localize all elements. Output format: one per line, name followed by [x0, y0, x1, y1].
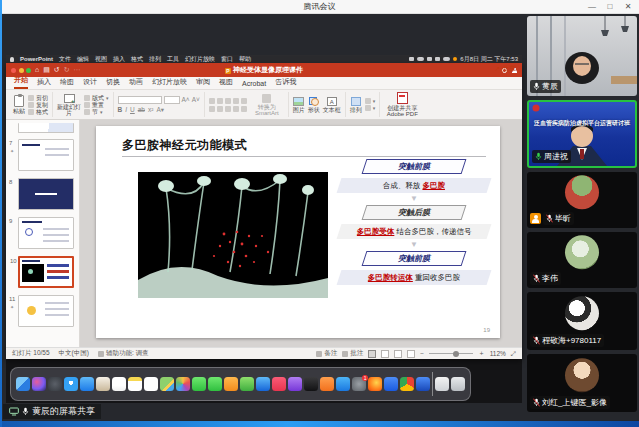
line-spacing-icon[interactable]: [241, 98, 247, 104]
word-icon[interactable]: [416, 377, 430, 391]
textbox-button[interactable]: A 文本框: [323, 97, 341, 113]
picture-button[interactable]: 图片: [293, 97, 305, 113]
quick-style-row2[interactable]: ▾: [365, 105, 376, 111]
facetime-icon[interactable]: [208, 377, 222, 391]
superscript-button[interactable]: x²: [148, 106, 153, 113]
current-slide[interactable]: 多巴胺神经元功能模式: [96, 126, 500, 338]
columns-icon[interactable]: [241, 106, 247, 112]
ribbon-tab[interactable]: 告诉我: [275, 77, 296, 89]
normal-view-button[interactable]: [368, 350, 376, 358]
align-left-icon[interactable]: [209, 106, 215, 112]
align-center-icon[interactable]: [217, 106, 223, 112]
mac-clock[interactable]: 6月8日 周二 下午7:53: [460, 55, 518, 63]
mac-menu-item[interactable]: 幻灯片放映: [185, 55, 215, 63]
participant-tile-avatar[interactable]: 毕昕: [527, 172, 637, 228]
font-color-button[interactable]: A▾: [156, 106, 164, 114]
font-name-select[interactable]: [118, 96, 162, 104]
mac-app-name[interactable]: PowerPoint: [20, 55, 53, 63]
redo-icon[interactable]: ↻: [64, 63, 70, 77]
slide-thumb-8[interactable]: 8: [18, 178, 74, 210]
mac-menu-item[interactable]: 插入: [113, 55, 125, 63]
ribbon-tab[interactable]: 设计: [83, 77, 97, 89]
save-icon[interactable]: ▤: [43, 63, 50, 77]
more-commands-icon[interactable]: ⋯: [74, 63, 81, 77]
zoom-slider[interactable]: [429, 353, 473, 354]
notes-icon[interactable]: [128, 377, 142, 391]
close-button[interactable]: ✕: [619, 0, 637, 14]
slide-thumb-7[interactable]: 7 ✦: [18, 139, 74, 171]
launchpad-icon[interactable]: [48, 377, 62, 391]
mac-menu-item[interactable]: 帮助: [239, 55, 251, 63]
mac-menu-item[interactable]: 排列: [149, 55, 161, 63]
slide-thumb-9[interactable]: 9: [18, 217, 74, 249]
paste-button[interactable]: 粘贴: [13, 95, 25, 114]
grow-font-icon[interactable]: A˄: [182, 96, 190, 103]
fit-to-window-icon[interactable]: ⤢: [511, 350, 516, 358]
home-icon[interactable]: ⌂: [35, 63, 39, 77]
books-icon[interactable]: [320, 377, 334, 391]
layout-button[interactable]: 版式▾: [84, 95, 109, 101]
shapes-button[interactable]: 形状: [308, 97, 320, 113]
contacts-icon[interactable]: [96, 377, 110, 391]
firefox-icon[interactable]: [368, 377, 382, 391]
section-button[interactable]: 节▾: [84, 109, 103, 115]
apple-menu-icon[interactable]: [10, 57, 14, 62]
accessibility-status[interactable]: 辅助功能: 调查: [98, 349, 149, 358]
trash-icon[interactable]: [451, 377, 465, 391]
input-method-icon[interactable]: [417, 57, 424, 61]
bullets-icon[interactable]: [209, 98, 215, 104]
notes-button[interactable]: 备注: [316, 349, 337, 358]
slide-thumb-11[interactable]: 11 ✦: [18, 295, 74, 327]
mac-menu-item[interactable]: 工具: [167, 55, 179, 63]
mac-zoom-icon[interactable]: [26, 68, 31, 73]
bold-button[interactable]: B: [118, 106, 123, 113]
safari-icon[interactable]: [64, 377, 78, 391]
smartart-button[interactable]: 转换为 SmartArt: [250, 94, 284, 116]
slideshow-button[interactable]: [407, 350, 415, 358]
downloads-stack-icon[interactable]: [435, 377, 449, 391]
participant-tile-avatar[interactable]: 程敬海+9780117: [527, 292, 637, 350]
participant-tile-avatar[interactable]: 李伟: [527, 232, 637, 288]
finder-icon[interactable]: [16, 377, 30, 391]
zoom-out-button[interactable]: −: [420, 350, 424, 357]
podcasts-icon[interactable]: [288, 377, 302, 391]
siri-icon[interactable]: [32, 377, 46, 391]
ribbon-tab[interactable]: Acrobat: [242, 80, 266, 89]
arrange-button[interactable]: 排列: [350, 97, 362, 113]
ribbon-tab[interactable]: 视图: [219, 77, 233, 89]
ribbon-tab[interactable]: 绘图: [60, 77, 74, 89]
mac-minimize-icon[interactable]: [19, 68, 24, 73]
participant-tile-video[interactable]: 黄辰: [527, 16, 637, 96]
slide-thumb-10-current[interactable]: 10: [18, 256, 74, 288]
ribbon-tab[interactable]: 审阅: [196, 77, 210, 89]
mac-close-icon[interactable]: [11, 68, 16, 73]
ribbon-tab[interactable]: 插入: [37, 77, 51, 89]
strikethrough-button[interactable]: ab: [138, 106, 145, 113]
zoom-slider-knob[interactable]: [453, 351, 459, 357]
slide-thumb-partial[interactable]: [18, 123, 74, 133]
app-store-icon[interactable]: [336, 377, 350, 391]
ribbon-tab[interactable]: 开始: [14, 75, 28, 89]
mac-menu-item[interactable]: 格式: [131, 55, 143, 63]
ribbon-tab[interactable]: 切换: [106, 77, 120, 89]
mail-icon[interactable]: [80, 377, 94, 391]
spotlight-icon[interactable]: [435, 57, 440, 61]
participant-tile-video-speaking[interactable]: 泛血管疾病防治虚拟平台运营研讨班 周进祝: [527, 100, 637, 168]
chrome-icon[interactable]: [400, 377, 414, 391]
pages-icon[interactable]: [224, 377, 238, 391]
mac-menu-item[interactable]: 视图: [95, 55, 107, 63]
mac-menu-item[interactable]: 窗口: [221, 55, 233, 63]
align-right-icon[interactable]: [225, 106, 231, 112]
adobe-pdf-button[interactable]: 创建并共享 Adobe PDF: [384, 92, 420, 117]
music-icon[interactable]: [272, 377, 286, 391]
indent-increase-icon[interactable]: [233, 98, 239, 104]
language-indicator[interactable]: 中文(中国): [59, 349, 89, 358]
format-painter-button[interactable]: 格式: [28, 109, 48, 115]
mac-menu-item[interactable]: 编辑: [77, 55, 89, 63]
reading-view-button[interactable]: [394, 350, 402, 358]
slide-sorter-view-button[interactable]: [381, 350, 389, 358]
font-size-select[interactable]: [164, 96, 180, 104]
reminders-icon[interactable]: [144, 377, 158, 391]
dock-separator[interactable]: [432, 372, 433, 396]
control-center-icon[interactable]: [443, 57, 450, 61]
